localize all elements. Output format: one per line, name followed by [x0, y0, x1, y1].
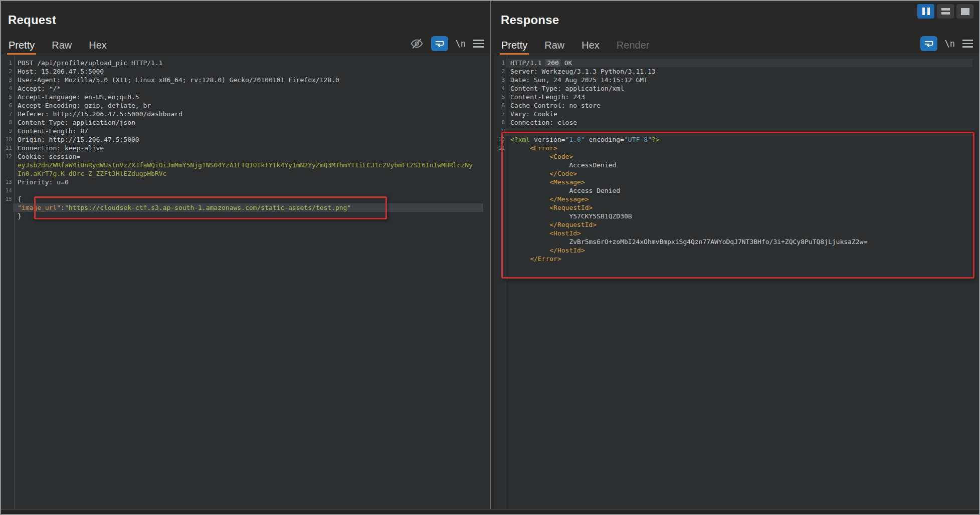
code-line: 2Host: 15.206.47.5:5000	[1, 67, 490, 76]
line-number	[1, 161, 12, 169]
code-token	[510, 195, 549, 203]
line-number	[494, 169, 505, 178]
tab-pretty[interactable]: Pretty	[500, 40, 529, 55]
tab-hex[interactable]: Hex	[580, 40, 601, 55]
status-code: 200	[545, 59, 560, 67]
code-line: 7Referer: http://15.206.47.5:5000/dashbo…	[1, 110, 490, 118]
code-line: 1HTTP/1.1 200 OK	[494, 59, 979, 67]
line-number	[1, 169, 12, 178]
code-token	[510, 212, 569, 220]
code-line: Access Denied	[494, 186, 979, 195]
line-number	[494, 178, 505, 186]
code-token	[510, 170, 549, 177]
line-number: 15	[1, 195, 12, 203]
code-token	[510, 153, 549, 160]
rows-icon	[941, 8, 950, 15]
tab-raw[interactable]: Raw	[50, 40, 73, 55]
code-line: 10<?xml version="1.0" encoding="UTF-8"?>	[494, 135, 979, 144]
layout-toggle-rows[interactable]	[937, 4, 954, 19]
code-token	[510, 144, 530, 152]
code-token: Accept: */*	[18, 85, 61, 92]
square-icon	[961, 8, 969, 15]
code-token: "UTF-8"	[624, 136, 652, 143]
line-number	[494, 161, 505, 169]
code-line: 3User-Agent: Mozilla/5.0 (X11; Linux x86…	[1, 76, 490, 84]
response-tabs: PrettyRawHexRender	[500, 40, 651, 55]
code-line: Y57CKY5SB1QZD30B	[494, 212, 979, 220]
code-token	[510, 246, 549, 254]
code-token: eyJsb2dnZWRfaW4iOnRydWUsInVzZXJfaWQiOiJm…	[18, 161, 473, 169]
eye-slash-icon	[410, 38, 424, 50]
code-line: 15{	[1, 195, 490, 203]
editor-menu-button[interactable]	[962, 40, 973, 48]
code-line: </RequestId>	[494, 220, 979, 229]
code-line: </Code>	[494, 169, 979, 178]
newline-toggle-button[interactable]: \n	[456, 39, 466, 49]
code-token: Origin: http://15.206.47.5:5000	[18, 136, 139, 143]
line-number: 3	[494, 76, 505, 84]
word-wrap-icon	[923, 38, 934, 49]
code-token: "1.0"	[565, 136, 585, 143]
tab-raw[interactable]: Raw	[543, 40, 566, 55]
line-number: 2	[1, 67, 12, 76]
line-number: 7	[1, 110, 12, 118]
bottom-scrollbar-track[interactable]	[1, 509, 979, 514]
code-line: <Code>	[494, 152, 979, 161]
code-token: Connection: keep-alive	[18, 144, 104, 152]
hide-matches-button[interactable]	[410, 38, 424, 50]
code-line: 4Content-Type: application/xml	[494, 84, 979, 93]
line-number: 8	[494, 118, 505, 127]
code-token: Referer: http://15.206.47.5:5000/dashboa…	[18, 110, 182, 118]
code-line: In0.aKrT7g.K-dOrc-Z_ZZFt3HlEZdugpHbRVc	[1, 169, 490, 178]
layout-toggle-columns[interactable]	[917, 4, 934, 19]
code-token: HTTP/1.1	[510, 59, 545, 67]
code-token: Content-Length: 87	[18, 127, 88, 135]
line-number: 5	[494, 93, 505, 101]
line-number: 11	[1, 144, 12, 152]
word-wrap-icon	[434, 38, 445, 49]
code-token: Y57CKY5SB1QZD30B	[569, 212, 632, 220]
code-token: }	[18, 212, 22, 220]
request-panel: Request PrettyRawHex	[1, 1, 490, 514]
line-number	[494, 229, 505, 237]
code-line: <HostId>	[494, 229, 979, 237]
code-line: </HostId>	[494, 246, 979, 254]
code-token: OK	[560, 59, 572, 67]
wrap-toggle-button[interactable]	[431, 36, 448, 51]
panel-divider[interactable]	[490, 1, 491, 514]
code-token: ?>	[652, 136, 660, 143]
tab-render[interactable]: Render	[615, 40, 651, 55]
line-number: 10	[1, 135, 12, 144]
code-token	[510, 221, 549, 228]
code-token: Cache-Control: no-store	[510, 102, 601, 109]
code-line: 9	[494, 127, 979, 135]
code-token: <Message>	[549, 178, 584, 186]
code-token: </HostId>	[549, 246, 584, 254]
code-token: "https://cloudsek-ctf.s3.ap-south-1.amaz…	[65, 204, 351, 211]
code-token: </Code>	[549, 170, 577, 177]
burp-window: Request PrettyRawHex	[0, 0, 980, 515]
editor-menu-button[interactable]	[473, 40, 484, 48]
code-token: Vary: Cookie	[510, 110, 557, 118]
newline-toggle-button[interactable]: \n	[945, 39, 955, 49]
request-editor[interactable]: 1POST /api/profile/upload_pic HTTP/1.12H…	[1, 55, 490, 509]
line-number: 6	[1, 101, 12, 110]
line-number: 2	[494, 67, 505, 76]
wrap-toggle-button[interactable]	[920, 36, 937, 51]
code-line: 6Cache-Control: no-store	[494, 101, 979, 110]
line-number	[494, 246, 505, 254]
code-line: 5Content-Length: 243	[494, 93, 979, 101]
line-number	[1, 203, 12, 212]
code-token: Access Denied	[569, 187, 620, 194]
layout-toggle-single[interactable]	[956, 4, 973, 19]
code-token: {	[18, 195, 22, 203]
response-editor[interactable]: 1HTTP/1.1 200 OK2Server: Werkzeug/3.1.3 …	[494, 55, 979, 509]
line-number: 12	[1, 152, 12, 161]
code-token: </Message>	[549, 195, 589, 203]
tab-pretty[interactable]: Pretty	[7, 40, 36, 55]
menu-icon	[962, 40, 973, 48]
line-number: 9	[1, 127, 12, 135]
line-number	[494, 254, 505, 263]
line-number	[494, 220, 505, 229]
tab-hex[interactable]: Hex	[87, 40, 108, 55]
